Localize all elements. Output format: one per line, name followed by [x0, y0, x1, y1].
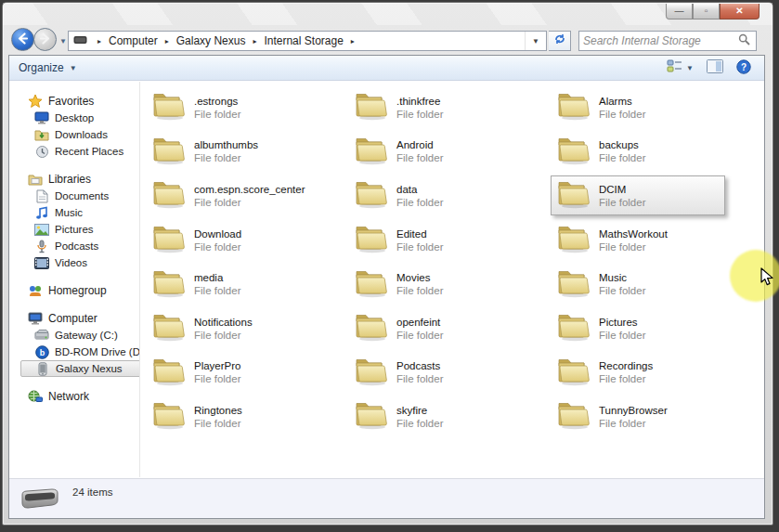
folder-tile: DownloadFile folder	[146, 218, 348, 263]
folder-item[interactable]: .thinkfreeFile folder	[348, 87, 448, 127]
svg-text:b: b	[39, 348, 45, 357]
forward-button[interactable]	[33, 28, 57, 51]
folder-name: skyfire	[396, 404, 444, 417]
folder-item[interactable]: com.espn.score_centerFile folder	[146, 175, 310, 215]
organize-button[interactable]: Organize ▼	[9, 58, 86, 78]
folder-icon	[353, 178, 388, 213]
folder-text: EditedFile folder	[396, 227, 444, 253]
desktop-monitor-icon	[34, 110, 49, 125]
folder-tile: NotificationsFile folder	[146, 306, 348, 351]
sidebar-item-downloads[interactable]: Downloads	[9, 126, 139, 143]
navigation-pane: FavoritesDesktopDownloadsRecent PlacesLi…	[9, 82, 139, 477]
folder-item[interactable]: skyfireFile folder	[348, 396, 448, 436]
folder-item[interactable]: EditedFile folder	[348, 220, 448, 260]
sidebar-item-videos[interactable]: Videos	[9, 254, 139, 271]
address-dropdown-button[interactable]: ▼	[525, 32, 546, 50]
sidebar-item-label: Documents	[55, 190, 109, 201]
folder-item[interactable]: albumthumbsFile folder	[146, 132, 263, 172]
sidebar-item-podcasts[interactable]: Podcasts	[9, 238, 139, 254]
folder-type: File folder	[599, 284, 646, 297]
sidebar-item-recent-places[interactable]: Recent Places	[9, 143, 139, 160]
window-controls: — ▫ ✕	[666, 4, 760, 19]
sidebar-item-pictures[interactable]: Pictures	[9, 221, 139, 238]
sidebar-item-music[interactable]: Music	[9, 204, 139, 221]
close-button[interactable]: ✕	[720, 4, 760, 19]
sidebar-item-desktop[interactable]: Desktop	[9, 110, 139, 126]
sidebar-item-label: Computer	[48, 312, 97, 325]
preview-pane-button[interactable]	[707, 59, 723, 76]
sidebar-item-label: Libraries	[48, 173, 91, 186]
folder-name: TunnyBrowser	[599, 404, 668, 417]
sidebar-item-homegroup[interactable]: Homegroup	[9, 282, 139, 299]
folder-item[interactable]: DCIMFile folder	[551, 175, 725, 215]
folder-item[interactable]: MusicFile folder	[551, 265, 651, 305]
folder-item[interactable]: RingtonesFile folder	[146, 396, 247, 436]
folder-icon	[150, 135, 186, 169]
folder-icon	[555, 90, 591, 124]
folder-tile: DCIMFile folder	[551, 174, 753, 218]
sidebar-item-gateway-c-[interactable]: Gateway (C:)	[9, 327, 139, 344]
folder-name: PlayerPro	[194, 359, 241, 372]
folder-name: albumthumbs	[194, 138, 258, 151]
refresh-arrows-icon	[553, 32, 566, 49]
folder-item[interactable]: NotificationsFile folder	[146, 308, 257, 348]
folder-name: .thinkfree	[396, 95, 444, 108]
breadcrumb-segment[interactable]: Internal Storage	[262, 34, 344, 47]
help-button[interactable]: ?	[736, 59, 751, 77]
folder-icon	[555, 311, 591, 345]
folder-icon	[555, 356, 591, 390]
title-bar[interactable]: — ▫ ✕	[3, 3, 773, 25]
folder-item[interactable]: .estrongsFile folder	[146, 87, 246, 127]
folder-type: File folder	[396, 108, 444, 121]
minimize-button[interactable]: —	[666, 4, 693, 19]
folder-item[interactable]: mediaFile folder	[146, 265, 246, 305]
breadcrumb-segment[interactable]: Galaxy Nexus	[175, 34, 248, 47]
sidebar-item-favorites[interactable]: Favorites	[9, 93, 139, 110]
folder-item[interactable]: RecordingsFile folder	[551, 353, 657, 393]
folder-item[interactable]: PicturesFile folder	[551, 308, 651, 348]
folder-icon	[150, 399, 186, 434]
chevron-down-icon: ▼	[70, 64, 77, 72]
folder-item[interactable]: dataFile folder	[348, 175, 448, 215]
folder-item[interactable]: AlarmsFile folder	[551, 87, 651, 127]
folder-name: media	[194, 271, 241, 284]
command-toolbar: Organize ▼ ▼ ?	[9, 56, 764, 81]
sidebar-item-documents[interactable]: Documents	[9, 188, 139, 204]
breadcrumb-segment[interactable]: Computer	[107, 34, 160, 47]
folder-item[interactable]: MoviesFile folder	[348, 265, 448, 305]
back-button[interactable]	[11, 28, 34, 51]
folder-item[interactable]: MathsWorkoutFile folder	[551, 220, 672, 260]
homegroup-icon	[28, 283, 43, 298]
folder-item[interactable]: DownloadFile folder	[146, 220, 246, 260]
folder-item[interactable]: TunnyBrowserFile folder	[551, 396, 672, 436]
address-bar[interactable]: ▸Computer▸Galaxy Nexus▸Internal Storage▸…	[68, 31, 547, 51]
folder-tile: com.espn.score_centerFile folder	[146, 174, 348, 218]
sidebar-item-bd-rom-drive-d-e[interactable]: bBD-ROM Drive (D:) E	[9, 344, 139, 360]
folder-tile: backupsFile folder	[551, 130, 753, 175]
folder-item[interactable]: openfeintFile folder	[348, 308, 448, 348]
folder-type: File folder	[599, 240, 668, 253]
folder-icon	[353, 311, 388, 345]
folder-item[interactable]: PodcastsFile folder	[348, 353, 448, 393]
recent-pages-dropdown[interactable]: ▼	[59, 37, 67, 45]
maximize-button[interactable]: ▫	[693, 4, 720, 19]
folder-tile: mediaFile folder	[146, 262, 348, 306]
folder-tile: MoviesFile folder	[348, 262, 551, 306]
refresh-button[interactable]	[549, 31, 571, 51]
search-input[interactable]	[579, 34, 733, 47]
sidebar-item-galaxy-nexus[interactable]: Galaxy Nexus	[20, 360, 139, 377]
folder-item[interactable]: PlayerProFile folder	[146, 353, 246, 393]
folder-tile: PicturesFile folder	[551, 306, 753, 351]
folder-type: File folder	[396, 329, 444, 342]
change-view-button[interactable]: ▼	[667, 59, 694, 76]
folder-item[interactable]: backupsFile folder	[551, 132, 651, 172]
sidebar-section: ComputerGateway (C:)bBD-ROM Drive (D:) E…	[9, 310, 139, 377]
magnifier-icon	[733, 32, 756, 49]
sidebar-item-computer[interactable]: Computer	[9, 310, 139, 327]
sidebar-item-network[interactable]: Network	[9, 388, 139, 405]
folder-text: PicturesFile folder	[599, 316, 646, 342]
folder-icon	[150, 223, 186, 257]
pane-divider[interactable]	[139, 82, 140, 477]
sidebar-item-libraries[interactable]: Libraries	[9, 171, 139, 188]
folder-item[interactable]: AndroidFile folder	[348, 132, 448, 172]
